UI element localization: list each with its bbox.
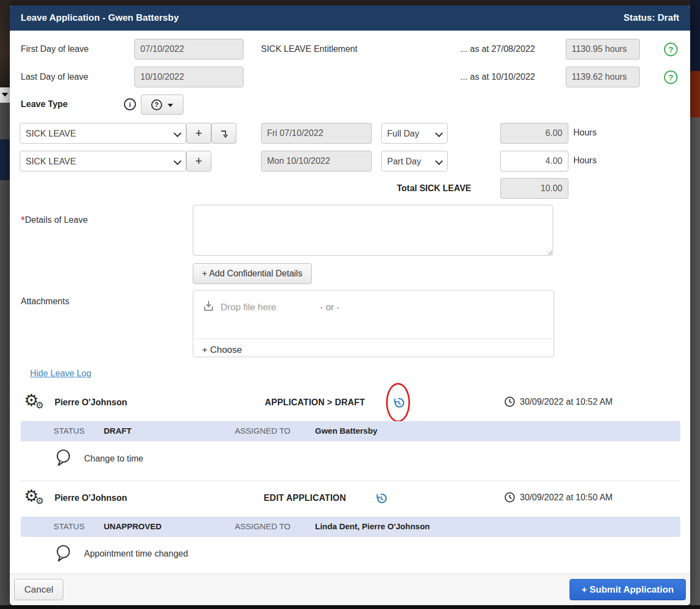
leave-type-select-0[interactable]: SICK LEAVE — [20, 123, 186, 144]
help-icon: ? — [151, 99, 162, 110]
hours-label-0: Hours — [573, 128, 597, 138]
leave-type-label: Leave Type — [21, 99, 68, 109]
dialog-title: Leave Application - Gwen Battersby — [21, 13, 179, 23]
submit-application-button[interactable]: + Submit Application — [570, 579, 686, 600]
required-asterisk: * — [21, 214, 25, 226]
entitlement-help-icon-1[interactable]: ? — [664, 70, 678, 84]
history-icon-0[interactable] — [392, 397, 405, 409]
first-day-input — [134, 39, 244, 60]
add-leave-row-button-0[interactable]: + — [186, 123, 211, 144]
leave-date-1 — [261, 151, 372, 172]
cancel-button[interactable]: Cancel — [14, 579, 63, 600]
comment-bubble-icon-0 — [55, 448, 72, 467]
leave-type-help-dropdown[interactable]: ? — [141, 94, 183, 115]
info-icon[interactable]: i — [124, 98, 136, 110]
entitlement-help-icon-0[interactable]: ? — [664, 43, 678, 56]
status-value-0: DRAFT — [104, 426, 132, 435]
log-action-0: APPLICATION > DRAFT — [265, 398, 365, 407]
details-of-leave-textarea[interactable] — [193, 205, 553, 256]
first-day-label: First Day of leave — [21, 44, 88, 54]
entitlement-title: SICK LEAVE Entitlement — [261, 44, 358, 54]
log-status-row-1: STATUS UNAPPROVED ASSIGNED TO Linda Dent… — [21, 517, 680, 537]
system-gears-icon: ⚙ ⚙ — [24, 393, 46, 415]
backdrop-right-red-block — [690, 71, 700, 117]
leave-type-select-0-wrap: SICK LEAVE — [20, 123, 186, 144]
day-part-select-0-wrap: Full Day — [381, 123, 448, 144]
backdrop-right-navy-block — [690, 0, 700, 71]
add-confidential-details-button[interactable]: + Add Confidential Details — [193, 263, 312, 284]
total-sick-leave-value — [500, 178, 568, 199]
backdrop-top-strip — [0, 0, 700, 5]
hours-label-1: Hours — [573, 156, 597, 165]
leave-type-select-1-wrap: SICK LEAVE — [20, 151, 186, 172]
entitlement-asat-1: ... as at 10/10/2022 — [447, 72, 535, 82]
assigned-label-1: ASSIGNED TO — [235, 522, 290, 531]
drop-file-icon — [202, 299, 215, 312]
comment-bubble-icon-1 — [55, 544, 72, 563]
assigned-label-0: ASSIGNED TO — [235, 426, 290, 435]
last-day-input — [134, 67, 244, 87]
caret-down-icon — [168, 104, 173, 107]
system-gears-icon-2: ⚙ ⚙ — [24, 489, 46, 511]
backdrop-left-navy-block — [0, 139, 10, 180]
status-label-1: STATUS — [54, 522, 85, 531]
status-label-0: STATUS — [54, 426, 85, 435]
drop-or-text: - or - — [320, 302, 340, 313]
log-status-row-0: STATUS DRAFT ASSIGNED TO Gwen Battersby — [21, 421, 680, 441]
backdrop-caret-icon — [2, 93, 8, 97]
dialog-footer: Cancel + Submit Application — [10, 573, 690, 605]
dropzone-divider — [193, 339, 554, 339]
total-sick-leave-label: Total SICK LEAVE — [370, 184, 471, 193]
clock-icon-1 — [504, 492, 515, 503]
fill-down-icon — [219, 129, 229, 139]
log-action-1: EDIT APPLICATION — [264, 493, 346, 503]
day-part-select-0[interactable]: Full Day — [381, 123, 448, 144]
hours-input-0 — [500, 123, 568, 144]
log-user-0: Pierre O'Johnson — [55, 398, 127, 407]
attachments-label: Attachments — [21, 297, 69, 306]
status-value-1: UNAPPROVED — [104, 522, 162, 531]
backdrop-bottom-strip — [0, 605, 700, 609]
log-timestamp-1: 30/09/2022 at 10:50 AM — [504, 492, 613, 503]
log-divider — [21, 481, 680, 481]
entitlement-value-1 — [566, 67, 640, 87]
day-part-select-1[interactable]: Part Day — [381, 151, 448, 172]
details-of-leave-label-row: *Details of Leave — [21, 214, 88, 227]
drop-file-text: Drop file here — [221, 302, 276, 313]
entitlement-value-0 — [566, 39, 640, 60]
entitlement-asat-0: ... as at 27/08/2022 — [447, 44, 535, 54]
log-timestamp-0: 30/09/2022 at 10:52 AM — [504, 396, 613, 407]
leave-type-select-1[interactable]: SICK LEAVE — [20, 151, 186, 172]
fill-down-button[interactable] — [211, 123, 236, 144]
log-user-1: Pierre O'Johnson — [55, 493, 127, 503]
last-day-label: Last Day of leave — [21, 72, 88, 82]
history-icon-1[interactable] — [375, 492, 387, 505]
status-badge: Status: Draft — [624, 13, 679, 23]
day-part-select-1-wrap: Part Day — [381, 151, 448, 172]
assigned-value-0: Gwen Battersby — [315, 426, 377, 435]
dialog-header: Leave Application - Gwen Battersby Statu… — [10, 5, 690, 31]
details-of-leave-label: Details of Leave — [25, 215, 88, 224]
clock-icon-0 — [504, 396, 515, 407]
log-comment-0: Change to time — [84, 454, 144, 464]
leave-date-0 — [261, 123, 372, 144]
hide-leave-log-link[interactable]: Hide Leave Log — [30, 369, 91, 379]
leave-application-dialog: Leave Application - Gwen Battersby Statu… — [10, 5, 690, 605]
assigned-value-1: Linda Dent, Pierre O'Johnson — [315, 522, 430, 531]
attachments-dropzone[interactable]: Drop file here - or - + Choose — [193, 290, 554, 357]
add-leave-row-button-1[interactable]: + — [186, 151, 211, 172]
backdrop-photo-fragment — [0, 0, 10, 87]
choose-file-button[interactable]: + Choose — [202, 345, 242, 356]
hours-input-1[interactable] — [500, 151, 568, 172]
log-comment-1: Appointment time changed — [84, 549, 188, 559]
